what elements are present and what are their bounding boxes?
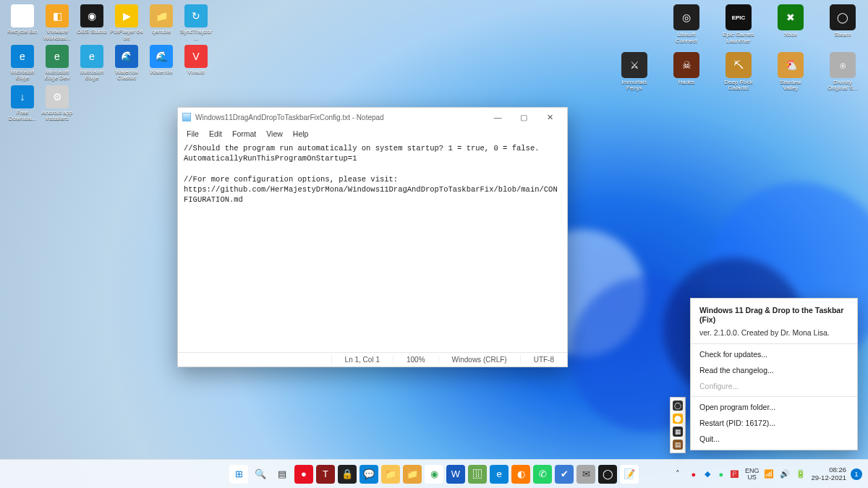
desktop-icon[interactable]: eMicrosoft Edge Canary (75, 45, 109, 82)
clock[interactable]: 08:26 29-12-2021 (811, 466, 846, 481)
status-eol: Windows (CRLF) (438, 356, 520, 364)
app-icon: e (80, 45, 103, 68)
desktop-icon[interactable]: 🌊Waterfox (145, 45, 178, 82)
text-editor[interactable]: //Should the program run automatically o… (178, 141, 567, 352)
taskbar-app-feed[interactable]: ⿲ (468, 465, 487, 484)
desktop-icon[interactable]: ⍟Divinity Original S... (823, 52, 862, 93)
close-button[interactable]: ✕ (537, 108, 563, 127)
ctx-item[interactable]: Quit... (691, 431, 857, 447)
app-icon: V (184, 45, 208, 68)
tray-icon[interactable]: 🅿 (729, 468, 741, 480)
icon-label: Deep Rock Galactic (722, 80, 755, 93)
menu-view[interactable]: View (262, 128, 287, 140)
desktop-icon[interactable]: 📁qemble (145, 4, 178, 42)
icon-label: PotPlayer 64 bit (110, 29, 143, 42)
app-icon: e (11, 45, 34, 68)
taskbar-app-edge[interactable]: e (490, 465, 509, 484)
desktop-icon[interactable]: 🌊Waterfox Classic (110, 45, 143, 82)
taskbar-app-steam[interactable]: ◯ (598, 465, 617, 484)
menu-format[interactable]: Format (228, 128, 260, 140)
menu-help[interactable]: Help (289, 128, 313, 140)
desktop-icon[interactable]: ⚔Immortals Fenyx Rising (615, 52, 654, 93)
tray-chevron-icon[interactable]: ˄ (672, 468, 684, 480)
taskbar-search[interactable]: 🔍 (251, 465, 270, 484)
desktop-icon[interactable]: 🗑Recycle Bin (6, 4, 39, 42)
desktop-icon[interactable]: ↓Free Downloa... (6, 85, 39, 123)
app-icon: e (46, 45, 69, 68)
tray-overflow-icon[interactable]: ▦ (673, 427, 683, 437)
desktop-icon[interactable]: ▶PotPlayer 64 bit (110, 4, 143, 42)
ctx-item[interactable]: Read the changelog... (691, 362, 857, 378)
taskbar-app-firefox[interactable]: ◐ (511, 465, 530, 484)
desktop-icon[interactable]: VVivaldi (179, 45, 213, 82)
desktop-icon[interactable]: eMicrosoft Edge (6, 45, 39, 82)
taskbar-app-chat[interactable]: 💬 (359, 465, 378, 484)
taskbar-explorer[interactable]: 📁 (381, 465, 400, 484)
icon-label: Recycle Bin (7, 29, 38, 35)
app-icon: ⚔ (621, 52, 647, 78)
volume-icon[interactable]: 🔊 (779, 468, 791, 480)
icon-label: Stardew Valley (774, 80, 807, 93)
desktop-icon[interactable]: EPICEpic Games Launcher (719, 4, 758, 45)
maximize-button[interactable]: ▢ (511, 108, 537, 127)
desktop-icons-left: 🗑Recycle Bin◧VMware Workstat...◉OBS Stud… (6, 4, 213, 122)
tray-overflow-icon[interactable]: ▤ (673, 440, 683, 450)
language-switch[interactable]: ENG US (745, 468, 760, 481)
desktop[interactable]: 🗑Recycle Bin◧VMware Workstat...◉OBS Stud… (0, 0, 868, 488)
desktop-icon[interactable]: ⚙Android app installers (41, 85, 74, 123)
taskbar-app-darkred[interactable]: T (316, 465, 335, 484)
minimize-button[interactable]: ― (485, 108, 511, 127)
tray-overflow-icon[interactable]: ◯ (673, 401, 683, 411)
taskbar-app-whatsapp[interactable]: ✆ (533, 465, 552, 484)
menu-edit[interactable]: Edit (205, 128, 226, 140)
app-icon: ⚙ (46, 85, 69, 108)
desktop-icon[interactable]: ◎Ubisoft Connect (667, 4, 706, 45)
titlebar[interactable]: Windows11DragAndDropToTaskbarFixConfig.t… (178, 108, 567, 127)
ctx-item[interactable]: Restart (PID: 16172)... (691, 415, 857, 431)
desktop-icon[interactable]: ◧VMware Workstat... (41, 4, 74, 42)
desktop-icon[interactable]: eMicrosoft Edge Dev (41, 45, 74, 82)
taskbar-app-red[interactable]: ● (294, 465, 313, 484)
notepad-icon (182, 113, 191, 121)
desktop-icon[interactable]: ☠Hades (667, 52, 706, 93)
wifi-icon[interactable]: 📶 (763, 468, 775, 480)
taskbar-app-lock[interactable]: 🔒 (338, 465, 357, 484)
taskbar-notepad[interactable]: 📝 (620, 465, 639, 484)
tray-overflow-icon[interactable]: ⬤ (673, 414, 683, 424)
tray-overflow[interactable]: ◯⬤▦▤ (670, 397, 686, 453)
taskbar-taskview[interactable]: ▤ (273, 465, 292, 484)
taskbar-app-todo[interactable]: ✔ (555, 465, 574, 484)
ctx-item[interactable]: Check for updates... (691, 346, 857, 362)
desktop-icon[interactable]: ↻SyncTrayzor... (179, 4, 213, 42)
ctx-title: Windows 11 Drag & Drop to the Taskbar (F… (691, 301, 857, 328)
desktop-icon[interactable]: ✖Xbox (771, 4, 810, 45)
ctx-item[interactable]: Open program folder... (691, 399, 857, 415)
app-icon: ⍟ (830, 52, 856, 78)
tray-icon[interactable]: ● (688, 468, 699, 480)
taskbar-app-folder2[interactable]: 📁 (403, 465, 422, 484)
battery-icon[interactable]: 🔋 (795, 468, 807, 480)
statusbar: Ln 1, Col 1 100% Windows (CRLF) UTF-8 (178, 352, 567, 367)
desktop-icon[interactable]: 🐔Stardew Valley (771, 52, 810, 93)
status-enc: UTF-8 (520, 356, 567, 364)
notepad-window[interactable]: Windows11DragAndDropToTaskbarFixConfig.t… (177, 107, 568, 367)
taskbar-start[interactable]: ⊞ (229, 465, 248, 484)
desktop-icon[interactable]: ◯Steam (823, 4, 862, 45)
menu-file[interactable]: File (182, 128, 203, 140)
status-zoom: 100% (393, 356, 438, 364)
desktop-icon[interactable]: ⛏Deep Rock Galactic (719, 52, 758, 93)
taskbar-right: ˄ ●◆●🅿 ENG US 📶 🔊 🔋 08:26 29-12-2021 1 (672, 466, 862, 481)
ctx-items: Check for updates...Read the changelog..… (691, 346, 857, 447)
app-icon: ◯ (830, 4, 856, 30)
desktop-icon[interactable]: ◉OBS Studio (75, 4, 109, 42)
icon-label: Xbox (784, 32, 797, 38)
tray-icon[interactable]: ◆ (702, 468, 713, 480)
app-icon: ◉ (80, 4, 103, 27)
app-icon: 🗑 (11, 4, 34, 27)
notification-badge[interactable]: 1 (851, 468, 862, 480)
icon-label: Divinity Original S... (826, 80, 859, 93)
taskbar-app-word[interactable]: W (446, 465, 465, 484)
tray-icon[interactable]: ● (715, 468, 727, 480)
taskbar-app-chrome[interactable]: ◉ (425, 465, 443, 484)
taskbar-app-mail[interactable]: ✉ (576, 465, 595, 484)
